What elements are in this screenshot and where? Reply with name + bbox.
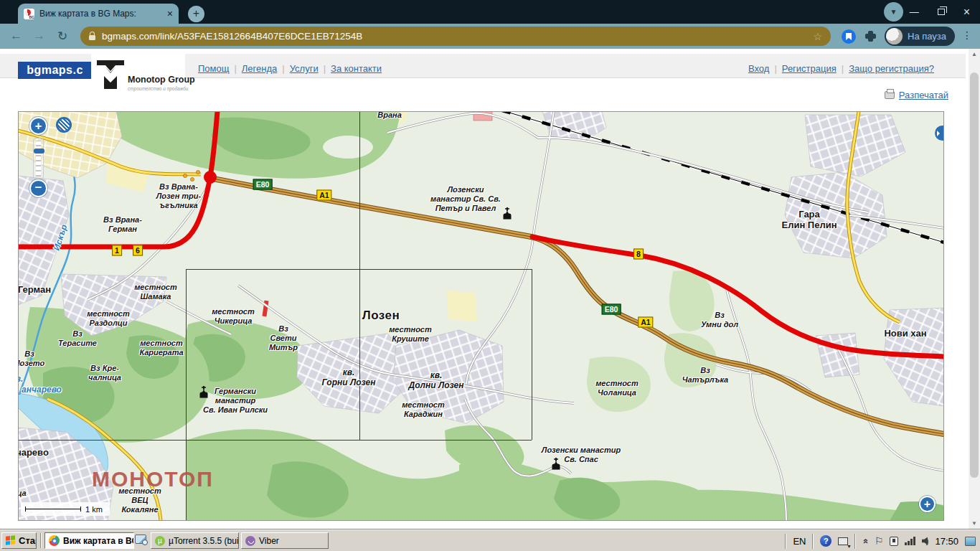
print-link[interactable]: Разпечатай <box>899 90 948 100</box>
scrollbar-thumb[interactable] <box>970 72 979 478</box>
task-button-browser[interactable]: Виж картата в BG M... <box>44 532 134 549</box>
restore-button[interactable] <box>938 9 945 15</box>
bgmaps-favicon-icon <box>24 9 34 19</box>
road-badge: 6 <box>133 245 143 256</box>
nav-link-legend[interactable]: Легенда <box>242 63 277 74</box>
scroll-up-icon[interactable]: ▲ <box>969 49 980 60</box>
minimize-button[interactable]: — <box>910 7 919 17</box>
map-label: Лозенски манастир Св. Спас <box>542 446 621 464</box>
taskbar-divider <box>40 533 42 548</box>
taskbar-app-icon[interactable] <box>135 534 146 544</box>
volume-tray-icon[interactable]: ) <box>922 537 929 545</box>
close-window-button[interactable]: × <box>963 7 970 17</box>
zoom-slider-handle[interactable] <box>34 149 44 154</box>
map-label: кв. Горни Лозен <box>322 367 376 387</box>
nav-link-login[interactable]: Вход <box>748 63 769 74</box>
bgmaps-logo[interactable]: bgmaps.c <box>18 62 92 79</box>
map-label: местност Шамака <box>134 283 177 301</box>
map-label: местност ВЕЦ Кокаляне <box>118 486 161 514</box>
avatar <box>886 28 903 44</box>
flag-tray-icon[interactable]: ⚐ <box>875 535 884 547</box>
clock[interactable]: 17:50 <box>935 536 958 547</box>
map-label: Германски манастир Св. Иван Рилски <box>203 387 268 415</box>
language-indicator[interactable]: EN <box>793 536 806 547</box>
map-canvas[interactable]: ВранаВз Врана- Лозен три- ъгълникаВз Вра… <box>18 111 944 521</box>
titlebar-circle-button[interactable]: ▼ <box>884 2 903 22</box>
page-scrollbar[interactable]: ▲ ▼ <box>969 49 980 529</box>
monastery-icon <box>502 207 513 220</box>
new-tab-button[interactable]: + <box>188 6 204 22</box>
nav-link-help[interactable]: Помощ <box>198 63 229 74</box>
road-badge: 1 <box>112 245 122 256</box>
map-label: Вз Чатърлъка <box>682 366 729 385</box>
monotop-m-icon <box>97 60 126 90</box>
map-zoom-in-button[interactable]: + <box>29 117 47 135</box>
map-label: Искър <box>52 223 70 252</box>
map-zoom-out-button[interactable]: − <box>29 179 47 197</box>
map-zoom-slider[interactable] <box>33 138 44 179</box>
map-label: местност Кариерата <box>139 339 183 357</box>
monastery-icon <box>551 458 562 470</box>
device-tray-icon[interactable] <box>890 537 898 546</box>
tab-close-icon[interactable]: × <box>167 9 173 19</box>
map-label: местност Раздолци <box>87 309 130 328</box>
map-layers-button[interactable] <box>56 117 72 133</box>
tab-title: Виж картата в BG Maps: <box>39 9 162 19</box>
utorrent-icon: µ <box>155 536 165 546</box>
bookmark-star-icon[interactable]: ☆ <box>813 31 822 42</box>
help-tray-icon[interactable]: ? <box>820 535 831 547</box>
bookmark-manager-icon[interactable] <box>842 29 856 44</box>
scroll-down-icon[interactable]: ▼ <box>969 518 980 529</box>
address-bar[interactable]: bgmaps.com/link/A53FAE15812664B407E6DCE1… <box>80 27 831 46</box>
viber-icon <box>245 536 255 546</box>
monotop-name: Monotop Group <box>128 75 195 85</box>
print-row: Разпечатай <box>885 90 948 100</box>
network-signal-icon[interactable] <box>905 537 915 545</box>
map-label: местност Крушите <box>389 325 432 344</box>
task-button-viber[interactable]: Viber <box>241 532 329 549</box>
map-label: Вз Врана- Герман <box>103 215 142 234</box>
forward-icon[interactable]: → <box>33 29 45 43</box>
start-label: Старт <box>19 535 37 546</box>
map-label: в. <box>18 374 23 384</box>
printer-icon <box>885 91 895 99</box>
map-label: местност Чикерица <box>212 307 255 326</box>
map-label: Лозен <box>362 309 400 323</box>
browser-tab[interactable]: Виж картата в BG Maps: × <box>18 4 179 24</box>
browser-menu-icon[interactable]: ⋮ <box>962 29 972 41</box>
task-label: µTorrent 3.5.5 (build 46... <box>169 536 239 546</box>
task-label: Виж картата в BG M... <box>63 536 134 546</box>
nav-link-register[interactable]: Регистрация <box>782 63 837 74</box>
refresh-icon[interactable]: ↻ <box>57 29 67 44</box>
map-label: Врана <box>377 111 402 119</box>
extensions-puzzle-icon[interactable] <box>865 31 876 42</box>
show-desktop-button[interactable] <box>965 537 976 546</box>
map-label: чарево <box>18 447 49 458</box>
map-label: Вз Умни дол <box>701 311 738 329</box>
start-button[interactable]: Старт <box>1 532 37 549</box>
tray-divider <box>812 534 814 549</box>
nav-link-why-register[interactable]: Защо регистрация? <box>849 63 934 74</box>
windows-flag-icon <box>6 535 15 545</box>
profile-chip[interactable]: На пауза <box>885 27 955 46</box>
display-tray-icon[interactable] <box>838 537 848 545</box>
tray-divider <box>854 534 856 549</box>
nav-link-services[interactable]: Услуги <box>290 63 319 74</box>
back-icon[interactable]: ← <box>10 29 22 43</box>
map-label: Нови хан <box>884 328 926 339</box>
map-label: Вз Кре- чалница <box>88 364 121 382</box>
map-label: Вз Врана- Лозен три- ъгълника <box>156 182 201 210</box>
nav-link-contacts[interactable]: За контакти <box>331 63 382 74</box>
web-page: bgmaps.c Помощ|Легенда|Услуги|За контакт… <box>0 49 980 529</box>
task-button-utorrent[interactable]: µ µTorrent 3.5.5 (build 46... <box>151 532 239 549</box>
road-badge: E80 <box>602 304 621 315</box>
url-text[interactable]: bgmaps.com/link/A53FAE15812664B407E6DCE1… <box>102 31 806 42</box>
map-expand-button[interactable]: + <box>919 496 936 512</box>
account-links: Вход|Регистрация|Защо регистрация? <box>748 63 934 74</box>
map-label: Вз Свети Митър <box>269 324 298 352</box>
map-labels-layer: ВранаВз Врана- Лозен три- ъгълникаВз Вра… <box>18 111 944 521</box>
map-label: анчарево <box>22 385 62 395</box>
chevron-up-icon[interactable]: » <box>860 538 871 543</box>
tray-divider <box>785 534 786 549</box>
site-nav-links: Помощ|Легенда|Услуги|За контакти <box>198 63 382 74</box>
